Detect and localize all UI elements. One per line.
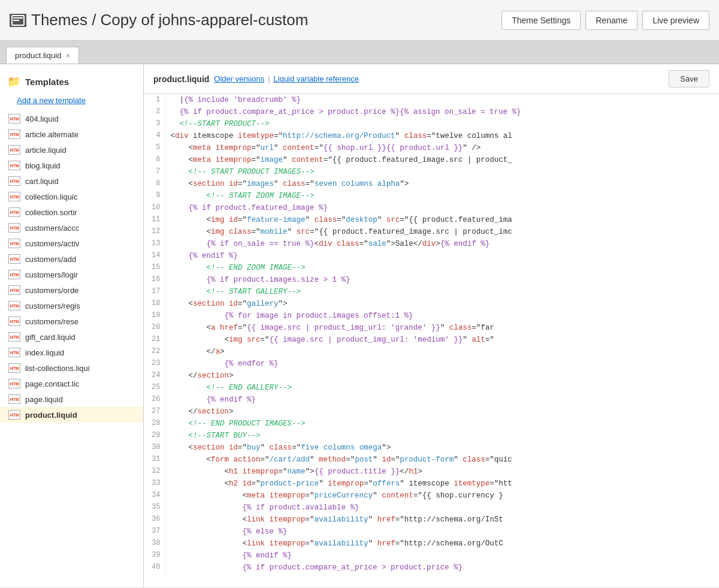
older-versions-link[interactable]: Older versions xyxy=(214,74,264,83)
line-code[interactable]: </section> xyxy=(165,370,719,382)
line-code[interactable]: <img src="{{ image.src | product_img_url… xyxy=(165,334,719,346)
line-number: 3 xyxy=(144,118,165,130)
sidebar-item[interactable]: HTM product.liquid xyxy=(0,407,143,423)
sidebar-item[interactable]: HTM collection.liquic xyxy=(0,189,143,204)
line-code[interactable]: <!--START PRODUCT--> xyxy=(165,118,719,130)
line-code[interactable]: <!-- END GALLERY--> xyxy=(165,382,719,394)
line-code[interactable]: |{% include 'breadcrumb' %} xyxy=(165,94,719,106)
sidebar-item[interactable]: HTM customers/regis xyxy=(0,298,143,313)
line-code[interactable]: {% for image in product.images offset:1 … xyxy=(165,310,719,322)
line-code[interactable]: <!--START BUY--> xyxy=(165,430,719,442)
file-icon: HTM xyxy=(8,114,20,123)
theme-settings-button[interactable]: Theme Settings xyxy=(502,11,581,30)
table-row: 21 <img src="{{ image.src | product_img_… xyxy=(144,334,719,346)
sidebar-item[interactable]: HTM customers/logir xyxy=(0,267,143,282)
sidebar-title: Templates xyxy=(25,77,69,87)
line-code[interactable]: <section id="images" class="seven column… xyxy=(165,178,719,190)
line-code[interactable]: <h1 itemprop="name">{{ product.title }}<… xyxy=(165,466,719,478)
line-code[interactable]: <img id="feature-image" class="desktop" … xyxy=(165,214,719,226)
liquid-ref-link[interactable]: Liquid variable reference xyxy=(274,74,359,83)
sidebar-item[interactable]: HTM customers/activ xyxy=(0,236,143,251)
rename-button[interactable]: Rename xyxy=(585,11,638,30)
line-code[interactable]: {% if product.compare_at_price > product… xyxy=(165,106,719,118)
line-code[interactable]: {% if product.images.size > 1 %} xyxy=(165,274,719,286)
line-code[interactable]: <meta itemprop="priceCurrency" content="… xyxy=(165,490,719,502)
line-code[interactable]: <img class="mobile" src="{{ product.feat… xyxy=(165,226,719,238)
line-code[interactable]: </a> xyxy=(165,346,719,358)
sidebar-items: HTM 404.liquid HTM article.alternate HTM… xyxy=(0,111,143,423)
add-new-template-link[interactable]: Add a new template xyxy=(0,93,143,111)
table-row: 18 <section id="gallery"> xyxy=(144,298,719,310)
line-code[interactable]: {% endif %} xyxy=(165,550,719,562)
line-code[interactable]: {% else %} xyxy=(165,526,719,538)
line-code[interactable]: <!-- START GALLERY--> xyxy=(165,286,719,298)
line-code[interactable]: {% endif %} xyxy=(165,394,719,406)
line-code[interactable]: {% endif %} xyxy=(165,250,719,262)
sidebar-item[interactable]: HTM article.alternate xyxy=(0,126,143,142)
table-row: 28 <!-- END PRODUCT IMAGES--> xyxy=(144,418,719,430)
table-row: 29 <!--START BUY--> xyxy=(144,430,719,442)
sidebar-item[interactable]: HTM gift_card.liquid xyxy=(0,329,143,345)
sidebar-item[interactable]: HTM collection.sortir xyxy=(0,204,143,220)
line-code[interactable]: <!-- END PRODUCT IMAGES--> xyxy=(165,418,719,430)
sidebar-item-label: product.liquid xyxy=(25,411,77,420)
line-code[interactable]: <a href="{{ image.src | product_img_url:… xyxy=(165,322,719,334)
table-row: 20 <a href="{{ image.src | product_img_u… xyxy=(144,322,719,334)
line-code[interactable]: </section> xyxy=(165,406,719,418)
line-number: 11 xyxy=(144,214,165,226)
table-row: 14 {% endif %} xyxy=(144,250,719,262)
sidebar-item[interactable]: HTM customers/rese xyxy=(0,313,143,329)
table-row: 34 <meta itemprop="priceCurrency" conten… xyxy=(144,490,719,502)
line-number: 12 xyxy=(144,226,165,238)
sidebar-item-label: gift_card.liquid xyxy=(25,333,75,342)
sidebar-item[interactable]: HTM article.liquid xyxy=(0,142,143,158)
line-number: 20 xyxy=(144,322,165,334)
sidebar-item[interactable]: HTM customers/accc xyxy=(0,220,143,236)
line-code[interactable]: <!-- START PRODUCT IMAGES--> xyxy=(165,166,719,178)
editor-filename: product.liquid xyxy=(153,74,209,84)
line-code[interactable]: <section id="gallery"> xyxy=(165,298,719,310)
sidebar-item[interactable]: HTM cart.liquid xyxy=(0,173,143,189)
sidebar-item[interactable]: HTM 404.liquid xyxy=(0,111,143,126)
live-preview-button[interactable]: Live preview xyxy=(642,11,709,30)
line-code[interactable]: {% if on_sale == true %}<div class="sale… xyxy=(165,238,719,250)
file-icon: HTM xyxy=(8,207,20,217)
line-number: 17 xyxy=(144,286,165,298)
line-code[interactable]: {% endfor %} xyxy=(165,358,719,370)
line-code[interactable]: <div itemscope itemtype="http://schema.o… xyxy=(165,130,719,142)
sidebar-item[interactable]: HTM page.liquid xyxy=(0,391,143,407)
line-number: 15 xyxy=(144,262,165,274)
line-code[interactable]: <!-- START ZOOM IMAGE--> xyxy=(165,190,719,202)
file-icon: HTM xyxy=(8,301,20,310)
line-code[interactable]: {% if product.featured_image %} xyxy=(165,202,719,214)
line-code[interactable]: <meta itemprop="image" content="{{ produ… xyxy=(165,154,719,166)
line-code[interactable]: <section id="buy" class="five columns om… xyxy=(165,442,719,454)
sidebar-item[interactable]: HTM index.liquid xyxy=(0,345,143,360)
line-code[interactable]: <h2 id="product-price" itemprop="offers"… xyxy=(165,478,719,490)
sidebar-item[interactable]: HTM page.contact.lic xyxy=(0,376,143,391)
line-code[interactable]: {% if product.available %} xyxy=(165,502,719,514)
sidebar-item[interactable]: HTM customers/orde xyxy=(0,282,143,298)
sidebar-item-label: index.liquid xyxy=(25,348,64,357)
tab-close-icon[interactable]: × xyxy=(66,52,70,60)
line-code[interactable]: <form action="/cart/add" method="post" i… xyxy=(165,454,719,466)
file-icon: HTM xyxy=(8,270,20,279)
sidebar-item[interactable]: HTM list-collections.liqui xyxy=(0,360,143,376)
line-code[interactable]: <link itemprop="availability" href="http… xyxy=(165,514,719,526)
file-icon: HTM xyxy=(8,192,20,201)
line-code[interactable]: <meta itemprop="url" content="{{ shop.ur… xyxy=(165,142,719,154)
line-code[interactable]: {% if product.compare_at_price > product… xyxy=(165,562,719,574)
sidebar-item[interactable]: HTM customers/add xyxy=(0,251,143,267)
sidebar-item-label: customers/rese xyxy=(25,317,78,326)
sidebar-item[interactable]: HTM blog.liquid xyxy=(0,158,143,173)
table-row: 23 {% endfor %} xyxy=(144,358,719,370)
sidebar-item-label: 404.liquid xyxy=(25,114,59,123)
code-editor[interactable]: 1 |{% include 'breadcrumb' %} 2 {% if pr… xyxy=(144,94,719,587)
sidebar-item-label: article.liquid xyxy=(25,146,67,155)
line-code[interactable]: <!-- END ZOOM IMAGE--> xyxy=(165,262,719,274)
tab-product-liquid[interactable]: product.liquid × xyxy=(6,47,79,64)
sidebar-item-label: collection.sortir xyxy=(25,208,77,217)
line-code[interactable]: <link itemprop="availability" href="http… xyxy=(165,538,719,550)
line-number: 6 xyxy=(144,154,165,166)
save-button[interactable]: Save xyxy=(669,70,709,88)
